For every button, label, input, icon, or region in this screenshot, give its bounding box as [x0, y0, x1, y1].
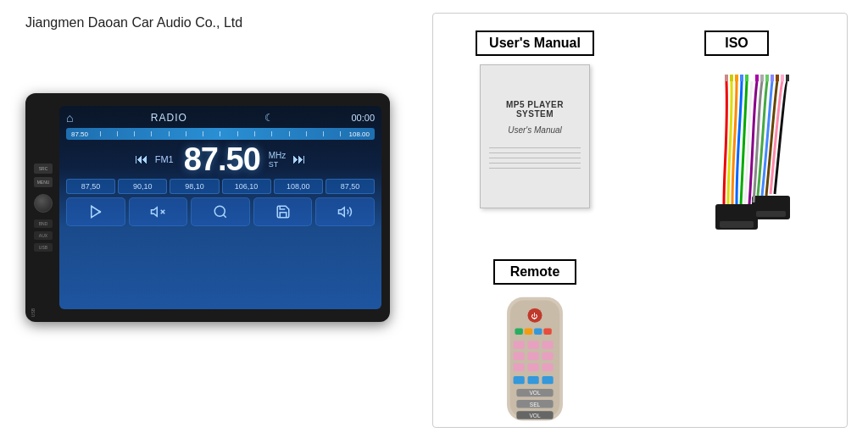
save-icon-btn[interactable] [253, 197, 313, 226]
svg-marker-1 [152, 208, 158, 217]
volume-knob[interactable] [34, 194, 53, 213]
iso-label-box: ISO [704, 30, 769, 56]
manual-subtitle: User's Manual [508, 125, 562, 135]
radio-unit: SRC MENU BND AUX USB ⌂ RADIO ☾ 00:00 87.… [25, 93, 390, 322]
home-icon: ⌂ [66, 111, 73, 125]
card-bottom-row: Remote ⏻ [450, 259, 830, 429]
preset-5[interactable]: 108,00 [274, 179, 323, 194]
bnd-button[interactable]: BND [34, 219, 53, 228]
remote-control-svg: ⏻ [497, 293, 573, 429]
manual-book: MP5 PLAYER SYSTEM User's Manual [480, 64, 590, 208]
svg-rect-36 [528, 352, 539, 360]
next-button[interactable]: ⏭ [292, 152, 306, 167]
usb-button[interactable]: USB [34, 243, 53, 252]
remote-label-box: Remote [493, 259, 577, 285]
moon-icon: ☾ [264, 112, 274, 124]
svg-rect-38 [514, 363, 525, 371]
menu-button[interactable]: MENU [34, 177, 53, 187]
svg-point-0 [99, 211, 101, 213]
svg-rect-40 [542, 363, 553, 371]
svg-rect-35 [514, 352, 525, 360]
svg-rect-37 [542, 352, 553, 360]
preset-4[interactable]: 106,10 [222, 179, 271, 194]
radio-container: SRC MENU BND AUX USB ⌂ RADIO ☾ 00:00 87.… [25, 93, 390, 339]
search-icon-btn[interactable] [191, 197, 250, 226]
svg-rect-41 [514, 376, 525, 384]
freq-start-label: 87.50 [71, 130, 88, 138]
svg-rect-32 [514, 341, 525, 348]
card-top-row: User's Manual MP5 PLAYER SYSTEM User's M… [450, 30, 830, 242]
svg-rect-42 [528, 376, 539, 384]
svg-rect-43 [542, 376, 553, 384]
screen-top-bar: ⌂ RADIO ☾ 00:00 [66, 111, 375, 125]
svg-text:VOL: VOL [529, 413, 541, 419]
preset-2[interactable]: 90,10 [118, 179, 167, 194]
radio-mode-label: RADIO [151, 112, 187, 124]
svg-rect-34 [542, 341, 553, 348]
radio-left-buttons: SRC MENU BND AUX USB [34, 164, 53, 252]
preset-1[interactable]: 87,50 [66, 179, 115, 194]
manual-lines [489, 143, 581, 173]
freq-ticks [92, 130, 349, 138]
speaker-icon-btn[interactable] [315, 197, 375, 226]
svg-rect-10 [756, 211, 786, 217]
mhz-unit: MHz ST [269, 151, 287, 169]
usb-port-label: USB [31, 308, 36, 317]
preset-3[interactable]: 98,10 [170, 179, 219, 194]
preset-6[interactable]: 87,50 [326, 179, 375, 194]
mute-icon-btn[interactable] [129, 197, 188, 226]
product-card: User's Manual MP5 PLAYER SYSTEM User's M… [432, 13, 848, 428]
radio-screen: ⌂ RADIO ☾ 00:00 87.50 108.00 ⏮ FM1 87.50 [59, 106, 381, 309]
svg-rect-39 [528, 363, 539, 371]
iso-wires-svg [652, 64, 821, 242]
frequency-display: 87.50 [184, 143, 260, 175]
svg-text:SEL: SEL [530, 402, 541, 408]
svg-point-4 [214, 206, 225, 216]
svg-rect-28 [515, 328, 522, 335]
svg-rect-30 [534, 328, 542, 335]
svg-line-5 [223, 214, 225, 217]
svg-rect-31 [543, 328, 551, 335]
src-button[interactable]: SRC [34, 164, 53, 174]
svg-rect-29 [525, 328, 532, 335]
remote-section: Remote ⏻ [450, 259, 620, 429]
manual-section: User's Manual MP5 PLAYER SYSTEM User's M… [450, 30, 620, 208]
svg-text:VOL: VOL [529, 390, 541, 396]
card-inner: User's Manual MP5 PLAYER SYSTEM User's M… [450, 30, 830, 410]
presets-row: 87,50 90,10 98,10 106,10 108,00 87,50 [66, 179, 375, 194]
svg-marker-6 [339, 208, 345, 217]
frequency-bar: 87.50 108.00 [66, 128, 375, 140]
manual-label-box: User's Manual [476, 30, 594, 56]
fm-label: FM1 [155, 154, 174, 164]
time-display: 00:00 [351, 113, 375, 123]
freq-end-label: 108.00 [349, 130, 370, 138]
manual-mp5-title: MP5 PLAYER SYSTEM [489, 100, 581, 119]
iso-section: ISO [643, 30, 830, 242]
svg-rect-33 [528, 341, 539, 348]
svg-rect-8 [720, 221, 754, 228]
mhz-label: MHz [269, 151, 287, 160]
main-freq-row: ⏮ FM1 87.50 MHz ST ⏭ [66, 143, 375, 175]
bottom-icons [66, 197, 375, 226]
prev-button[interactable]: ⏮ [135, 152, 148, 167]
svg-text:⏻: ⏻ [531, 313, 538, 320]
cast-icon-btn[interactable] [66, 197, 125, 226]
company-name: Jiangmen Daoan Car Audio Co., Ltd [25, 15, 242, 30]
aux-button[interactable]: AUX [34, 231, 53, 240]
stereo-label: ST [269, 160, 279, 169]
